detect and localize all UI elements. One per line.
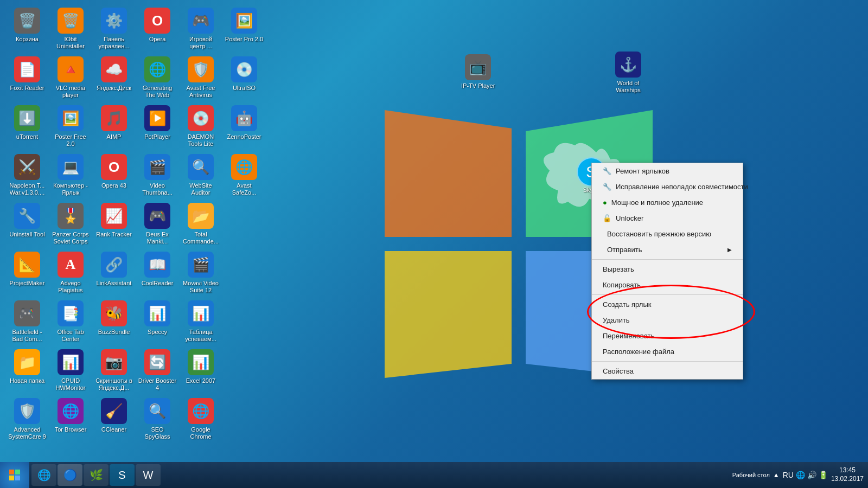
movavi-icon: 🎬 bbox=[188, 252, 214, 278]
coolreader-icon: 📖 bbox=[144, 252, 170, 278]
napoleon-label: Napoleon.T... War.v1.3.0.... bbox=[8, 182, 47, 196]
icon-ccleaner[interactable]: 🧹 CCleaner bbox=[92, 396, 136, 445]
yandex-label: Яндекс.Диск bbox=[97, 85, 131, 92]
zennoposter-icon: 🤖 bbox=[231, 105, 257, 131]
icon-seo-spyglass[interactable]: 🔍 SEO SpyGlass bbox=[136, 396, 179, 445]
poster-pro-icon: 🖼️ bbox=[231, 8, 257, 34]
context-menu-item-unlocker[interactable]: 🔓 Unlocker bbox=[592, 210, 743, 226]
icon-potplayer[interactable]: ▶️ PotPlayer bbox=[136, 103, 179, 152]
icon-zennoposter[interactable]: 🤖 ZennoPoster bbox=[222, 103, 266, 152]
icon-poster-pro[interactable]: 🖼️ Poster Pro 2.0 bbox=[222, 5, 266, 54]
taskbar-word-btn[interactable]: W bbox=[136, 464, 161, 486]
start-button[interactable] bbox=[0, 462, 29, 488]
taskbar-ie-btn[interactable]: 🌐 bbox=[31, 464, 56, 486]
taskbar-chrome-btn[interactable]: 🔵 bbox=[58, 464, 82, 486]
icon-utorrent[interactable]: ⬇️ uTorrent bbox=[5, 103, 49, 152]
icon-advanced-systemcare[interactable]: 🛡️ Advanced SystemCare 9 bbox=[5, 396, 49, 445]
icon-linkassistant[interactable]: 🔗 LinkAssistant bbox=[92, 249, 136, 298]
icon-ultraiso[interactable]: 💿 UltraISO bbox=[222, 54, 266, 103]
icon-excel[interactable]: 📊 Excel 2007 bbox=[179, 347, 222, 396]
icon-napoleon[interactable]: ⚔️ Napoleon.T... War.v1.3.0.... bbox=[5, 152, 49, 201]
icon-opera[interactable]: O Opera bbox=[136, 5, 179, 54]
icon-daemon[interactable]: 💿 DAEMON Tools Lite bbox=[179, 103, 222, 152]
icon-game-center[interactable]: 🎮 Игровой центр ... bbox=[179, 5, 222, 54]
icon-poster-free[interactable]: 🖼️ Poster Free 2.0 bbox=[49, 103, 92, 152]
foxit-icon: 📄 bbox=[14, 56, 40, 82]
panzer-label: Panzer Corps Soviet Corps bbox=[51, 231, 90, 245]
icon-deus-ex[interactable]: 🎮 Deus Ex Manki... bbox=[136, 201, 179, 249]
icon-movavi[interactable]: 🎬 Movavi Video Suite 12 bbox=[179, 249, 222, 298]
icon-new-folder[interactable]: 📁 Новая папка bbox=[5, 347, 49, 396]
context-menu-item-copy[interactable]: Копировать bbox=[592, 277, 743, 293]
icon-ip-tv[interactable]: 📺 IP-TV Player bbox=[461, 54, 495, 89]
ultraiso-icon: 💿 bbox=[231, 56, 257, 82]
icon-projectmaker[interactable]: 📐 ProjectMaker bbox=[5, 249, 49, 298]
icon-computer[interactable]: 💻 Компьютер - Ярлык bbox=[49, 152, 92, 201]
taskbar-skype-btn[interactable]: S bbox=[110, 464, 135, 486]
video-thumb-label: Video Thumbna... bbox=[138, 182, 177, 196]
context-menu-item-create-shortcut[interactable]: Создать ярлык bbox=[592, 297, 743, 312]
icon-speccy[interactable]: 📊 Speccy bbox=[136, 298, 179, 347]
icon-recycle-bin[interactable]: 🗑️ Корзина bbox=[5, 5, 49, 54]
context-menu-item-send[interactable]: Отправить ▶ bbox=[592, 242, 743, 258]
icon-avast-safezone[interactable]: 🌐 Avast SafeZo... bbox=[222, 152, 266, 201]
tray-arrow: ▲ bbox=[773, 471, 780, 479]
vlc-icon: 🔺 bbox=[58, 56, 84, 82]
icon-world-of-warships[interactable]: ⚓ World of Warships bbox=[608, 52, 649, 94]
icon-generating-web[interactable]: 🌐 Generating The Web bbox=[136, 54, 179, 103]
tor-icon: 🌐 bbox=[58, 398, 84, 424]
context-menu-item-properties[interactable]: Свойства bbox=[592, 363, 743, 379]
poster-pro-label: Poster Pro 2.0 bbox=[225, 36, 263, 43]
icon-battlefield[interactable]: 🎮 Battlefield - Bad Com... bbox=[5, 298, 49, 347]
svg-rect-2 bbox=[9, 476, 14, 480]
icon-aimp[interactable]: 🎵 AIMP bbox=[92, 103, 136, 152]
deus-ex-label: Deus Ex Manki... bbox=[138, 231, 177, 245]
icon-yandex-disk[interactable]: ☁️ Яндекс.Диск bbox=[92, 54, 136, 103]
icon-google-chrome[interactable]: 🌐 Google Chrome bbox=[179, 396, 222, 445]
icon-panel[interactable]: ⚙️ Панель управлен... bbox=[92, 5, 136, 54]
icon-opera43[interactable]: O Opera 43 bbox=[92, 152, 136, 201]
unlocker-icon: 🔓 bbox=[603, 214, 611, 222]
compat-label: Исправление неполадок совместимости bbox=[616, 183, 748, 191]
icon-video-thumb[interactable]: 🎬 Video Thumbna... bbox=[136, 152, 179, 201]
wow-label: World of Warships bbox=[608, 80, 649, 94]
icon-driver-booster[interactable]: 🔄 Driver Booster 4 bbox=[136, 347, 179, 396]
icon-foxit[interactable]: 📄 Foxit Reader bbox=[5, 54, 49, 103]
context-menu-item-cut[interactable]: Вырезать bbox=[592, 261, 743, 277]
icon-panzer[interactable]: 🎖️ Panzer Corps Soviet Corps bbox=[49, 201, 92, 249]
icon-avast[interactable]: 🛡️ Avast Free Antivirus bbox=[179, 54, 222, 103]
context-menu-item-restore[interactable]: Восстановить прежнюю версию bbox=[592, 226, 743, 242]
icon-rank-tracker[interactable]: 📈 Rank Tracker bbox=[92, 201, 136, 249]
icon-table[interactable]: 📊 Таблица успеваем... bbox=[179, 298, 222, 347]
taskbar-pinned-items: 🌐 🔵 🌿 S W bbox=[29, 462, 163, 488]
taskbar-malware-btn[interactable]: 🌿 bbox=[84, 464, 108, 486]
context-menu-item-delete[interactable]: Удалить bbox=[592, 312, 743, 328]
ccleaner-icon: 🧹 bbox=[101, 398, 127, 424]
volume-icon: 🔊 bbox=[807, 471, 816, 479]
icon-office-tab[interactable]: 📑 Office Tab Center bbox=[49, 298, 92, 347]
icon-advego[interactable]: A Advego Plagiatus bbox=[49, 249, 92, 298]
repair-icon: 🔧 bbox=[603, 167, 611, 175]
battery-icon: 🔋 bbox=[819, 471, 828, 479]
game-center-label: Игровой центр ... bbox=[181, 36, 220, 50]
context-menu-item-repair[interactable]: 🔧 Ремонт ярлыков bbox=[592, 163, 743, 179]
context-menu-item-compat[interactable]: 🔧 Исправление неполадок совместимости bbox=[592, 179, 743, 195]
icon-tor[interactable]: 🌐 Tor Browser bbox=[49, 396, 92, 445]
icon-vlc[interactable]: 🔺 VLC media player bbox=[49, 54, 92, 103]
icon-uninstall-tool[interactable]: 🔧 Uninstall Tool bbox=[5, 201, 49, 249]
aimp-icon: 🎵 bbox=[101, 105, 127, 131]
context-menu-item-remove[interactable]: ● Мощное и полное удаление bbox=[592, 195, 743, 210]
icon-coolreader[interactable]: 📖 CoolReader bbox=[136, 249, 179, 298]
iobit-icon: 🗑️ bbox=[58, 8, 84, 34]
icon-website-auditor[interactable]: 🔍 WebSite Auditor bbox=[179, 152, 222, 201]
context-menu-item-file-location[interactable]: Расположение файла bbox=[592, 344, 743, 359]
create-shortcut-label: Создать ярлык bbox=[603, 300, 651, 309]
icon-cpuid[interactable]: 📊 CPUID HWMonitor bbox=[49, 347, 92, 396]
icon-iobit[interactable]: 🗑️ IObit Uninstaller bbox=[49, 5, 92, 54]
avast-safezone-label: Avast SafeZo... bbox=[225, 182, 264, 196]
icon-buzzbundle[interactable]: 🐝 BuzzBundle bbox=[92, 298, 136, 347]
icon-screenshoter[interactable]: 📷 Скриншоты в Яндекс.Д... bbox=[92, 347, 136, 396]
computer-icon: 💻 bbox=[58, 154, 84, 180]
context-menu-item-rename[interactable]: Переименовать bbox=[592, 328, 743, 344]
icon-total-commander[interactable]: 📂 Total Commande... bbox=[179, 201, 222, 249]
